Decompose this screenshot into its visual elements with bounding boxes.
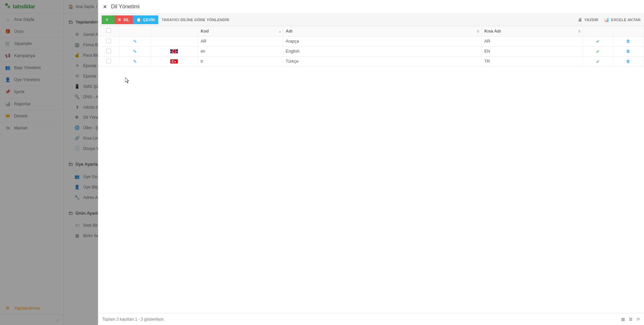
col-header-edit (119, 26, 151, 36)
columns-icon[interactable]: ▦ (621, 317, 625, 322)
flag-en-icon (170, 49, 178, 54)
edit-icon[interactable]: ✎ (133, 39, 137, 44)
col-header-kod[interactable]: Kod▴ (198, 26, 283, 36)
excel-icon: 📊 (604, 17, 609, 22)
col-header-kisa[interactable]: Kısa Adı⇅ (481, 26, 583, 36)
translate-button[interactable]: 📋ÇEVİR (133, 15, 158, 24)
checkbox[interactable] (106, 59, 111, 63)
toolbar: ＋ ✕SİL 📋ÇEVİR TARAYICI DİLİNE GÖRE YÖNLE… (98, 13, 644, 26)
close-icon[interactable]: ✕ (103, 4, 107, 9)
copy-icon: 📋 (136, 17, 141, 22)
modal-title: Dil Yönetimi (111, 4, 140, 10)
col-header-adi[interactable]: Adı⇅ (283, 26, 481, 36)
refresh-icon[interactable]: ⟳ (637, 317, 640, 322)
check-icon: ✔ (596, 59, 600, 64)
trash-icon[interactable]: 🗑 (626, 49, 631, 54)
x-icon: ✕ (118, 17, 121, 22)
add-button[interactable]: ＋ (102, 15, 114, 24)
trash-icon[interactable]: 🗑 (626, 59, 631, 64)
check-icon: ✔ (596, 49, 600, 54)
check-icon: ✔ (596, 39, 600, 44)
browser-redirect-button[interactable]: TARAYICI DİLİNE GÖRE YÖNLENDİR (158, 15, 232, 24)
checkbox[interactable] (106, 28, 111, 33)
sort-asc-icon: ▴ (279, 29, 281, 33)
col-header-delete (613, 26, 644, 36)
modal-header: ✕ Dil Yönetimi (98, 0, 644, 13)
delete-button[interactable]: ✕SİL (114, 15, 132, 24)
sort-icon: ⇅ (477, 29, 479, 33)
trash-icon[interactable]: 🗑 (626, 39, 631, 44)
checkbox[interactable] (106, 39, 111, 43)
plus-icon: ＋ (105, 17, 109, 22)
col-header-checkbox[interactable] (98, 26, 119, 36)
col-header-flag (151, 26, 198, 36)
excel-export-button[interactable]: 📊EXCELE AKTAR (604, 17, 641, 22)
edit-icon[interactable]: ✎ (133, 59, 137, 64)
table-row[interactable]: ✎ en English EN ✔ 🗑 (98, 46, 644, 56)
sort-icon: ⇅ (578, 29, 581, 33)
print-icon: 🖨 (578, 17, 582, 22)
table-row[interactable]: ✎ tr Türkçe TR ✔ 🗑 (98, 56, 644, 66)
layers-icon[interactable]: 𝌆 (629, 317, 633, 322)
print-button[interactable]: 🖨YAZDIR (578, 17, 598, 22)
modal-dil-yonetimi: ✕ Dil Yönetimi ＋ ✕SİL 📋ÇEVİR TARAYICI Dİ… (98, 0, 644, 325)
table-row[interactable]: ✎ AR Arapça AR ✔ 🗑 (98, 36, 644, 46)
checkbox[interactable] (106, 49, 111, 53)
record-count: Toplam 3 kayıttan 1 - 3 gösteriliyor. (102, 317, 164, 322)
grid-footer: Toplam 3 kayıttan 1 - 3 gösteriliyor. ▦ … (98, 313, 644, 325)
data-grid: Kod▴ Adı⇅ Kısa Adı⇅ ✎ AR Arapça AR (98, 26, 644, 313)
col-header-status (583, 26, 613, 36)
edit-icon[interactable]: ✎ (133, 49, 137, 54)
flag-tr-icon (170, 59, 178, 64)
